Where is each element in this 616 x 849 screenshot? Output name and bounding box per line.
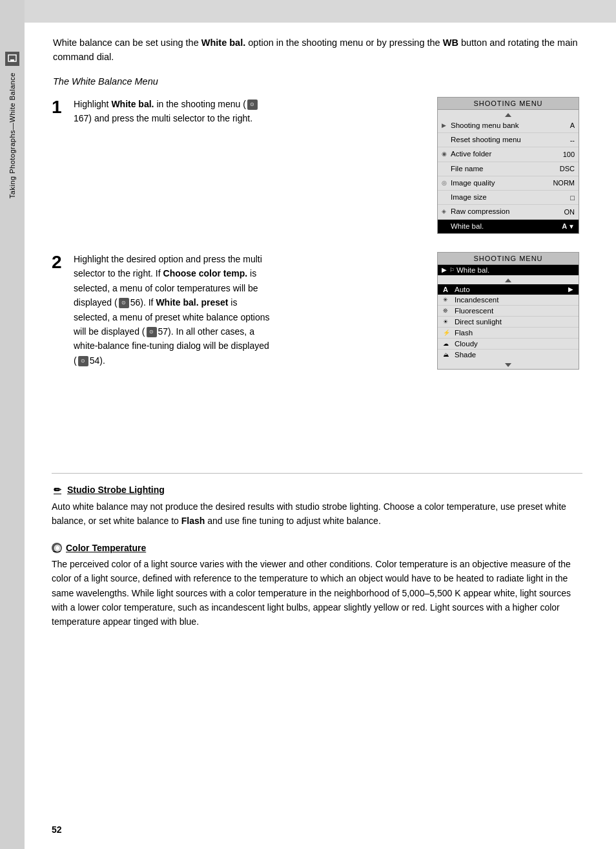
menu1-row-reset-label: Reset shooting menu [451,134,570,145]
menu2-submenu-label: White bal. [457,266,489,274]
section-divider [52,473,582,474]
menu2-header-nav-icon: ▶ [442,266,447,273]
menu1-row-size-label: Image size [451,192,570,203]
step2-ref1-icon: ⊙ [119,298,129,308]
menu1-row-wb: White bal. A ▼ [438,220,579,233]
menu2-row-flash-icon: ⚡ [443,330,455,336]
menu2-row-fluorescent: ❊ Fluorescent [438,306,579,317]
menu1-row-bank-label: Shooting menu bank [451,120,570,131]
menu2-row-shade: ⛰ Shade [438,350,579,360]
menu2-row-cloudy-label: Cloudy [455,340,478,348]
intro-paragraph: White balance can be set using the White… [52,36,582,65]
step1-text: Highlight White bal. in the shooting men… [74,97,274,234]
menu1-row-folder-value: 100 [563,149,575,160]
page-number: 52 [52,824,62,835]
menu1-row-folder-label: Active folder [451,149,563,160]
step2-ref3-icon: ⊙ [78,356,88,366]
step2-number: 2 [52,253,67,370]
menu2-row-auto-icon: A [443,286,455,293]
studio-strobe-title: ✏ Studio Strobe Lighting [52,484,582,496]
menu1-row-raw-label: Raw compression [451,206,564,217]
menu2-row-fluorescent-label: Fluorescent [455,307,493,315]
step1-number: 1 [52,98,67,234]
step1-bold: White bal. [111,99,154,109]
menu2-screenshot: SHOOTING MENU ▶ ⚐ White bal. A Auto ▶ [437,252,582,370]
studio-strobe-title-text: Studio Strobe Lighting [67,485,165,495]
studio-strobe-bold: Flash [181,516,205,526]
step2-bold2: White bal. preset [156,297,228,308]
menu2-row-shade-icon: ⛰ [443,351,455,358]
menu2-row-sunlight-label: Direct sunlight [455,318,502,326]
color-temp-body: The perceived color of a light source va… [52,557,582,629]
menu2-up-arrow [505,278,511,282]
menu1-row-raw-icon: ◈ [442,207,451,216]
menu1-row-filename: File name DSC [438,162,579,176]
menu1-row-raw-value: ON [564,207,575,218]
svg-rect-1 [10,59,14,61]
step2-ref2-icon: ⊙ [147,327,157,337]
menu1-row-folder-icon: ◉ [442,150,451,159]
step1-container: 1 Highlight White bal. in the shooting m… [52,97,582,234]
menu1-row-quality-icon: ◎ [442,179,451,188]
step2-left: 2 Highlight the desired option and press… [52,252,437,370]
menu2-row-flash: ⚡ Flash [438,328,579,339]
menu2-row-sunlight-icon: ☀ [443,319,455,325]
sidebar: Taking Photographs—White Balance [0,0,25,849]
menu1-title: SHOOTING MENU [438,98,579,110]
page: Taking Photographs—White Balance White b… [0,0,616,849]
studio-strobe-body: Auto white balance may not produce the d… [52,499,582,529]
sidebar-icon [5,52,19,66]
menu1-row-quality: ◎ Image quality NORM [438,176,579,191]
menu1-row-bank-value: A [570,120,575,131]
color-temp-icon: ◉ [52,543,62,553]
menu2-title: SHOOTING MENU [438,253,579,265]
menu1-row-wb-label: White bal. [451,221,562,232]
menu2-row-incandescent-label: Incandescent [455,296,498,304]
menu1-row-reset: Reset shooting menu -- [438,133,579,147]
step2-text: Highlight the desired option and press t… [74,252,274,370]
menu2-row-auto-label: Auto [455,286,568,293]
menu1-row-size-value: □ [570,193,575,204]
color-temp-note: ◉ Color Temperature The perceived color … [52,543,582,629]
menu2-row-flash-label: Flash [455,329,473,337]
section-title: The White Balance Menu [53,76,582,87]
menu2-row-shade-label: Shade [455,351,476,359]
menu2-wb-icon: ⚐ [449,267,455,273]
menu1-row-reset-value: -- [570,135,575,146]
menu2-header-row: ▶ ⚐ White bal. [438,265,579,275]
menu1-row-raw: ◈ Raw compression ON [438,205,579,219]
menu1-row-bank-icon: ▶ [442,121,451,131]
menu1-row-quality-label: Image quality [451,178,553,189]
menu1-row-folder: ◉ Active folder 100 [438,147,579,162]
color-temp-title-text: Color Temperature [66,543,146,553]
menu2-row-auto-arrow: ▶ [568,286,573,293]
step1-ref-icon: ⊙ [247,100,258,110]
menu2-row-cloudy-icon: ☁ [443,341,455,347]
menu2-row-incandescent-icon: ✳ [443,297,455,303]
menu2-row-auto: A Auto ▶ [438,284,579,295]
wb-bold: WB [443,37,458,48]
menu2-row-cloudy: ☁ Cloudy [438,339,579,350]
menu2-row-incandescent: ✳ Incandescent [438,295,579,306]
menu1-screenshot: SHOOTING MENU ▶ Shooting menu bank A Res… [437,97,582,234]
step1-left: 1 Highlight White bal. in the shooting m… [52,97,437,234]
menu1-row-wb-value: A [562,221,567,232]
menu1-row-quality-value: NORM [553,178,575,189]
color-temp-title: ◉ Color Temperature [52,543,582,553]
step2-bold1: Choose color temp. [163,268,248,278]
menu2-row-sunlight: ☀ Direct sunlight [438,317,579,328]
studio-strobe-note: ✏ Studio Strobe Lighting Auto white bala… [52,484,582,529]
menu2: SHOOTING MENU ▶ ⚐ White bal. A Auto ▶ [437,252,579,370]
menu1-row-wb-down-arrow: ▼ [568,222,575,231]
menu1-row-size: Image size □ [438,191,579,205]
menu1: SHOOTING MENU ▶ Shooting menu bank A Res… [437,97,579,234]
studio-strobe-icon: ✏ [52,484,63,496]
menu1-row-filename-label: File name [451,163,560,174]
menu1-row-filename-value: DSC [560,163,575,174]
menu1-row-bank: ▶ Shooting menu bank A [438,119,579,133]
step2-container: 2 Highlight the desired option and press… [52,252,582,370]
menu2-row-fluorescent-icon: ❊ [443,308,455,314]
main-content: White balance can be set using the White… [25,0,616,849]
white-bal-bold: White bal. [201,37,245,48]
menu2-down-arrow [505,363,511,367]
